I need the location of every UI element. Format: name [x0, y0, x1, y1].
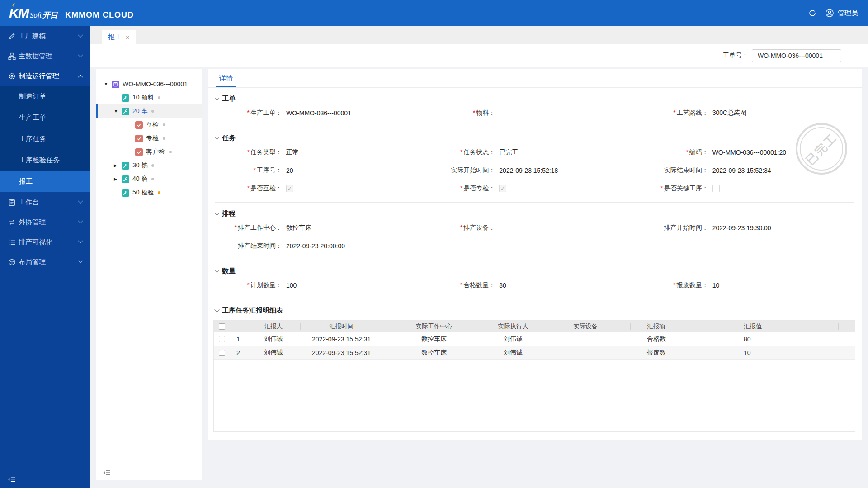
sidebar-item-label: 制造运行管理 — [19, 72, 79, 81]
required-asterisk: * — [460, 224, 462, 231]
select-all-checkbox[interactable] — [219, 323, 225, 330]
inspection-icon — [135, 121, 143, 129]
section-header-work-order[interactable]: 工单 — [215, 93, 854, 104]
detail-body: 已完工 工单 *生产工单： WO-MMO-036---00001 *物料： *工… — [208, 93, 862, 432]
blocks-icon — [8, 52, 16, 60]
tree-node-mutual-inspection[interactable]: 互检 — [96, 118, 202, 132]
sidebar-item-factory-modeling[interactable]: 工厂建模 — [0, 26, 90, 46]
checkbox-key-operation[interactable]: ✓ — [712, 185, 720, 192]
close-icon[interactable]: × — [126, 33, 130, 41]
refresh-icon[interactable] — [808, 9, 817, 18]
checkbox-mutual-inspection: ✓ — [286, 185, 293, 192]
sidebar-item-manufacturing-ops[interactable]: 制造运行管理 — [0, 66, 90, 86]
expand-arrow-icon[interactable]: ▼ — [104, 82, 112, 86]
sidebar-item-workbench[interactable]: 工作台 — [0, 192, 90, 212]
field-scheduled-end-time: *排产结束时间： 2022-09-23 20:00:00 — [215, 242, 428, 250]
cell-report-item: 报废数 — [631, 346, 730, 359]
sidebar-item-layout-management[interactable]: 布局管理 — [0, 252, 90, 272]
sidebar-item-master-data[interactable]: 主数据管理 — [0, 46, 90, 66]
user-icon — [825, 9, 834, 18]
section-header-report-detail[interactable]: 工序任务汇报明细表 — [215, 305, 854, 316]
tree-node-op-10[interactable]: 10 领料 — [96, 91, 202, 104]
collapse-tree-icon[interactable] — [103, 469, 111, 477]
table-row[interactable]: 2 刘伟诚 2022-09-23 15:52:31 数控车床 刘伟诚 报废数 1… — [214, 346, 855, 360]
cell-number: 1 — [230, 332, 246, 346]
cell-equipment — [540, 332, 631, 346]
field-value: 100 — [286, 282, 297, 289]
tree-node-label: 客户检 — [146, 148, 165, 156]
tree-node-op-20[interactable]: ▼ 20 车 — [96, 104, 202, 118]
sidebar-item-label: 工作台 — [19, 198, 79, 207]
expand-arrow-icon[interactable]: ▶ — [114, 177, 122, 181]
form-row: *生产工单： WO-MMO-036---00001 *物料： *工艺路线： 30… — [215, 104, 854, 122]
sidebar-item-work-reporting[interactable]: 报工 — [0, 171, 90, 192]
chevron-down-icon — [214, 268, 219, 273]
tab-details[interactable]: 详情 — [216, 69, 236, 87]
table-row[interactable]: 1 刘伟诚 2022-09-23 15:52:31 数控车床 刘伟诚 合格数 8… — [214, 332, 855, 346]
chevron-down-icon — [78, 33, 83, 38]
sidebar-item-production-work-orders[interactable]: 生产工单 — [0, 107, 90, 128]
required-asterisk: * — [460, 148, 462, 156]
cell-equipment — [540, 346, 631, 359]
section-title: 工单 — [222, 95, 236, 103]
field-process-route: *工艺路线： 300C总装图 — [642, 109, 854, 117]
field-label: *是否专检： — [428, 185, 495, 193]
column-header-reporter: 汇报人 — [246, 321, 301, 332]
cell-report-time: 2022-09-23 15:52:31 — [301, 346, 382, 359]
tree-node-op-50[interactable]: 50 检验 — [96, 186, 202, 199]
cell-work-center: 数控车床 — [382, 346, 486, 359]
field-key-operation: *是否关键工序： ✓ — [642, 185, 854, 193]
column-header-report-time: 汇报时间 — [301, 321, 382, 332]
status-dot-yellow — [158, 191, 160, 194]
expand-arrow-icon[interactable]: ▶ — [114, 163, 122, 168]
required-asterisk: * — [247, 281, 250, 289]
expand-arrow-icon[interactable]: ▼ — [114, 109, 122, 114]
section-divider — [215, 127, 854, 127]
form-row: *任务类型： 正常 *任务状态： 已完工 *编码： WO-MMO-036---0… — [215, 143, 854, 161]
row-checkbox[interactable] — [219, 336, 225, 342]
tree-node-work-order[interactable]: ▼ WO-MMO-036---00001 — [96, 77, 202, 91]
field-label: *排产开始时间： — [642, 224, 708, 232]
field-value: 已完工 — [499, 148, 518, 156]
cell-executor: 刘伟诚 — [486, 332, 540, 346]
tree-node-customer-inspection[interactable]: 客户检 — [96, 145, 202, 159]
user-menu[interactable]: 管理员 — [825, 9, 858, 18]
field-special-inspection: *是否专检： ✓ — [428, 185, 641, 193]
section-header-quantity[interactable]: 数量 — [215, 265, 854, 276]
sidebar-item-process-tasks[interactable]: 工序任务 — [0, 128, 90, 150]
topbar: KM Soft 开目 KMMOM CLOUD 管 — [0, 0, 868, 26]
operation-icon — [122, 94, 129, 102]
tree-node-op-30[interactable]: ▶ 30 铣 — [96, 159, 202, 172]
sidebar-item-scheduling-visualization[interactable]: 排产可视化 — [0, 232, 90, 252]
section-header-task[interactable]: 任务 — [215, 133, 854, 143]
sidebar-item-outsourcing[interactable]: 外协管理 — [0, 212, 90, 232]
chevron-down-icon — [214, 95, 219, 100]
exchange-icon — [8, 218, 16, 226]
field-scrap-qty: *报废数量： 10 — [642, 281, 854, 289]
tree-node-special-inspection[interactable]: 专检 — [96, 132, 202, 145]
cell-number: 2 — [230, 346, 246, 359]
status-dot — [151, 164, 154, 167]
sidebar-item-manufacturing-orders[interactable]: 制造订单 — [0, 86, 90, 107]
sidebar-item-label: 工厂建模 — [19, 32, 79, 41]
required-asterisk: * — [247, 185, 250, 192]
field-value: 2022-09-23 20:00:00 — [286, 242, 345, 250]
field-value: 20 — [286, 167, 293, 174]
sidebar-item-label: 工序检验任务 — [19, 156, 60, 165]
field-value: WO-MMO-036---00001 — [286, 109, 351, 117]
page: KM Soft 开目 KMMOM CLOUD 管 — [0, 0, 868, 488]
required-asterisk: * — [247, 109, 250, 116]
required-asterisk: * — [660, 185, 663, 192]
sidebar-item-label: 生产工单 — [19, 114, 46, 122]
section-header-schedule[interactable]: 排程 — [215, 208, 854, 219]
collapse-sidebar-icon[interactable] — [7, 475, 16, 483]
tab-work-reporting[interactable]: 报工 × — [102, 30, 136, 44]
field-value: 80 — [499, 282, 506, 289]
section-title: 数量 — [222, 267, 236, 275]
column-header-equipment: 实际设备 — [540, 321, 631, 332]
tree-node-op-40[interactable]: ▶ 40 磨 — [96, 172, 202, 186]
sidebar-item-process-inspection-tasks[interactable]: 工序检验任务 — [0, 150, 90, 171]
order-no-input[interactable] — [752, 49, 841, 62]
field-value: WO-MMO-036---00001:20 — [712, 149, 786, 156]
row-checkbox[interactable] — [219, 350, 225, 356]
